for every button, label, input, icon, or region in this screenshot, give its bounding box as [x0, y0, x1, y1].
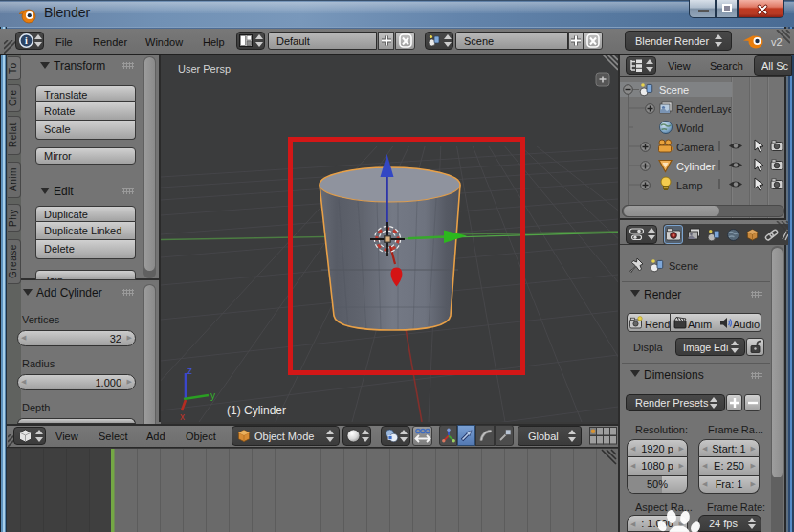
svg-text:i: i: [25, 35, 28, 46]
svg-text:x: x: [180, 411, 185, 422]
svg-text:User Persp: User Persp: [178, 63, 231, 75]
svg-text:y: y: [210, 390, 215, 401]
svg-text:z: z: [187, 366, 192, 376]
svg-text:(1) Cylinder: (1) Cylinder: [227, 404, 286, 417]
